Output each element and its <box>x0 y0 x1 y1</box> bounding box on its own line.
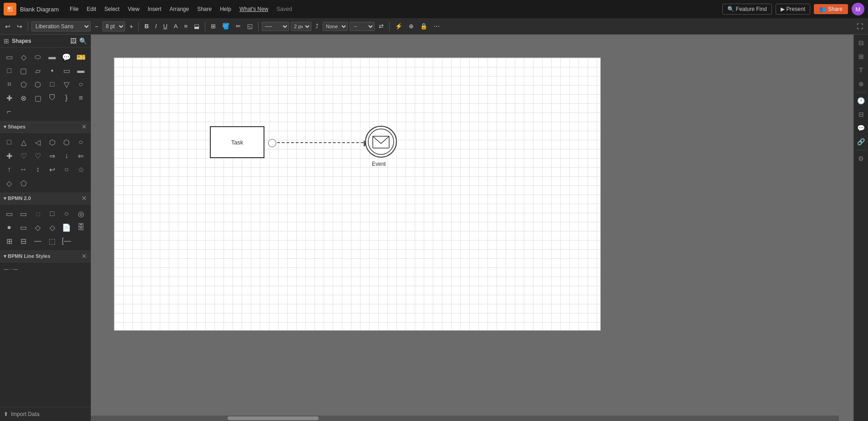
link-panel-btn[interactable]: 🔗 <box>855 135 868 148</box>
font-size-select[interactable]: 8 pt 10 pt 12 pt <box>102 21 125 31</box>
line-width-select[interactable]: 2 px 1 px 3 px <box>291 22 311 31</box>
shape-sq[interactable]: □ <box>3 64 15 77</box>
shape-callout[interactable]: 💬 <box>60 51 73 63</box>
shape-trap[interactable]: ⌗ <box>3 78 15 91</box>
menu-insert[interactable]: Insert <box>144 4 165 14</box>
line-color-button[interactable]: ✏ <box>233 21 243 31</box>
connection-style-btn[interactable]: ⤴ <box>313 21 321 31</box>
font-color-button[interactable]: A <box>172 21 180 31</box>
image-icon[interactable]: 🖼 <box>70 37 76 45</box>
s-arrow-l[interactable]: ⇐ <box>75 149 87 162</box>
s-tri[interactable]: △ <box>17 136 30 149</box>
shapes-section-close[interactable]: ✕ <box>81 123 87 130</box>
bpmn-sub[interactable]: ▭ <box>17 221 30 234</box>
shape-banner[interactable]: 🎫 <box>75 51 87 63</box>
align-button[interactable]: ≡ <box>182 21 190 31</box>
bpmn-task2[interactable]: ▭ <box>17 207 30 220</box>
format-btn[interactable]: ⊕ <box>406 21 416 31</box>
s-arrow-r[interactable]: ⇒ <box>46 149 59 162</box>
s-heart[interactable]: ♡ <box>17 149 30 162</box>
bpmn-line[interactable]: — <box>31 235 44 247</box>
bpmn-task[interactable]: ▭ <box>3 207 15 220</box>
menu-view[interactable]: View <box>124 4 143 14</box>
font-size-increase[interactable]: + <box>127 21 135 31</box>
s-hex[interactable]: ⬡ <box>46 136 59 149</box>
canvas-area[interactable]: Task <box>91 35 853 421</box>
menu-help[interactable]: Help <box>216 4 235 14</box>
bpmn-section-close[interactable]: ✕ <box>81 195 87 202</box>
arrange-panel-btn[interactable]: ⊕ <box>855 77 868 90</box>
menu-edit[interactable]: Edit <box>83 4 100 14</box>
s-pent[interactable]: ⬠ <box>17 177 30 190</box>
valign-button[interactable]: ⬓ <box>192 21 202 31</box>
bpmn-diamond[interactable]: ◇ <box>31 221 44 234</box>
bpmn-data-store[interactable]: 🗄 <box>75 221 87 234</box>
shape-x[interactable]: ⊗ <box>17 92 30 104</box>
undo-button[interactable]: ↩ <box>3 21 13 31</box>
menu-arrange[interactable]: Arrange <box>166 4 193 14</box>
feature-find-button[interactable]: 🔍 Feature Find <box>722 4 772 15</box>
menu-share[interactable]: Share <box>193 4 215 14</box>
import-data-button[interactable]: ⬆ Import Data <box>0 407 91 421</box>
font-size-decrease[interactable]: − <box>92 21 101 31</box>
s-arrow-ud[interactable]: ↕ <box>31 163 44 176</box>
menu-select[interactable]: Select <box>101 4 123 14</box>
s-arrow-lr[interactable]: ↔ <box>17 163 30 176</box>
canvas-scrollbar[interactable] <box>91 416 839 421</box>
bpmn-event-start[interactable]: ● <box>3 221 15 234</box>
font-family-select[interactable]: Liberation Sans <box>31 21 91 31</box>
redo-button[interactable]: ↪ <box>15 21 25 31</box>
s-heart2[interactable]: ♡ <box>31 149 44 162</box>
bpmn-sq[interactable]: □ <box>46 207 59 220</box>
s-rtri[interactable]: ◁ <box>31 136 44 149</box>
bpmn-collapse[interactable]: [— <box>60 235 73 247</box>
bpmn-section-header[interactable]: ▾ BPMN 2.0 ✕ <box>0 192 91 205</box>
shape-pent[interactable]: ⬠ <box>17 78 30 91</box>
present-button[interactable]: ▶ Present <box>776 4 810 15</box>
bpmn-circle[interactable]: ○ <box>60 207 73 220</box>
shape-brace[interactable]: } <box>60 92 73 104</box>
shape-wide[interactable]: ▬ <box>75 64 87 77</box>
format-panel-btn[interactable]: ⊟ <box>855 36 868 49</box>
shape-shield[interactable]: ⛉ <box>46 92 59 104</box>
shape-circle[interactable]: ○ <box>75 78 87 91</box>
s-arrow-d[interactable]: ↓ <box>60 149 73 162</box>
shape-hex[interactable]: ⬡ <box>31 78 44 91</box>
shape-tri-down[interactable]: ▽ <box>60 78 73 91</box>
menu-whats-new[interactable]: What's New <box>236 4 272 14</box>
shape-diamond[interactable]: ◇ <box>17 51 30 63</box>
bpmn-table[interactable]: ⊞ <box>3 235 15 247</box>
connector-circle[interactable] <box>268 139 276 147</box>
lock-btn[interactable]: 🔒 <box>418 21 430 31</box>
text-panel-btn[interactable]: T <box>855 64 868 77</box>
italic-button[interactable]: I <box>153 21 159 31</box>
lightning-btn[interactable]: ⚡ <box>393 21 405 31</box>
s-star[interactable]: ☆ <box>75 163 87 176</box>
bpmn-lines-section-close[interactable]: ✕ <box>81 252 87 260</box>
more-btn[interactable]: ⋯ <box>431 21 442 31</box>
shape-sq2[interactable]: ▪ <box>46 64 59 77</box>
s-circle2[interactable]: ○ <box>60 163 73 176</box>
event-shape[interactable] <box>365 125 397 158</box>
s-circle[interactable]: ○ <box>75 136 87 149</box>
bpmn-box[interactable]: ⬚ <box>46 235 59 247</box>
shadow-button[interactable]: ◱ <box>245 21 255 31</box>
share-button[interactable]: 👥 Share <box>814 4 848 14</box>
shapes-section-header[interactable]: ▾ Shapes ✕ <box>0 121 91 133</box>
underline-button[interactable]: U <box>161 21 169 31</box>
line-style-select[interactable]: ── - - ··· <box>262 22 289 31</box>
task-shape[interactable]: Task <box>210 126 264 158</box>
clock-panel-btn[interactable]: 🕐 <box>855 94 868 107</box>
bpmn-table2[interactable]: ⊟ <box>17 235 30 247</box>
bpmn-lines-section-header[interactable]: ▾ BPMN Line Styles ✕ <box>0 250 91 262</box>
shape-plus[interactable]: ✚ <box>3 92 15 104</box>
shape-equals[interactable]: ≡ <box>75 92 87 104</box>
arrow-start-select[interactable]: None Arrow <box>323 22 348 31</box>
reverse-arrow-btn[interactable]: ⇄ <box>376 21 386 31</box>
bpmn-data-object[interactable]: ◇ <box>46 221 59 234</box>
s-plus[interactable]: ✚ <box>3 149 15 162</box>
shape-capsule[interactable]: ⬭ <box>31 51 44 63</box>
more-panel-btn[interactable]: ⚙ <box>855 152 868 165</box>
shape-round-sq[interactable]: ▢ <box>17 64 30 77</box>
shape-frame[interactable]: ▭ <box>60 64 73 77</box>
